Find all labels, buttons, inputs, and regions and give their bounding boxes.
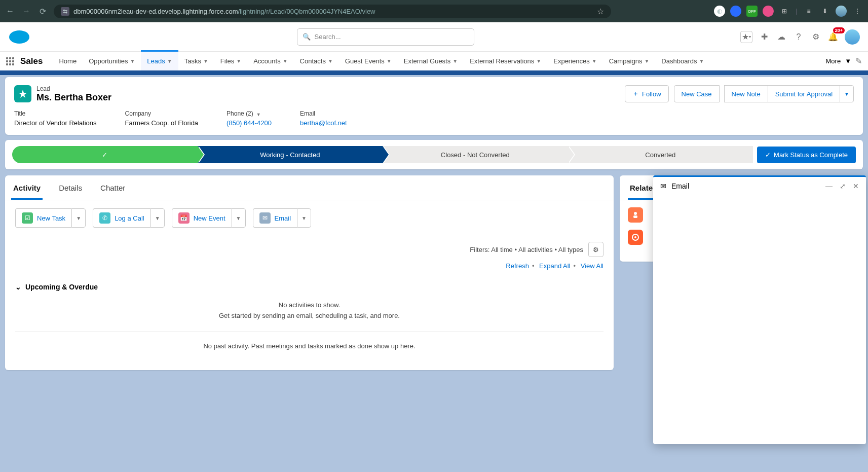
downloads-icon[interactable]: ⬇: [819, 6, 831, 17]
path-stage-working[interactable]: Working - Contacted: [198, 146, 383, 163]
search-placeholder: Search...: [315, 33, 341, 41]
nav-experiences[interactable]: Experiences▼: [547, 51, 602, 71]
reading-list-icon[interactable]: ≡: [803, 6, 814, 17]
log-call-menu[interactable]: ▼: [150, 208, 165, 228]
extension-icon-3[interactable]: OFF: [746, 6, 758, 17]
chevron-down-icon[interactable]: ▼: [699, 58, 704, 64]
empty-activities-message: No activities to show. Get started by se…: [15, 300, 603, 321]
chevron-down-icon[interactable]: ▼: [256, 112, 261, 117]
new-case-button[interactable]: New Case: [674, 85, 720, 102]
extension-icon-1[interactable]: ◐: [714, 6, 725, 17]
upcoming-section-header[interactable]: ⌄ Upcoming & Overdue: [15, 283, 603, 291]
nav-external-reservations[interactable]: External Reservations▼: [464, 51, 547, 71]
chevron-down-icon[interactable]: ▼: [536, 58, 541, 64]
field-label-phone: Phone (2): [227, 110, 253, 117]
chevron-down-icon[interactable]: ▼: [644, 58, 649, 64]
edit-nav-icon[interactable]: ✎: [855, 56, 862, 66]
chevron-down-icon[interactable]: ▼: [167, 58, 172, 64]
object-type-label: Lead: [36, 85, 111, 92]
help-icon[interactable]: ?: [793, 31, 804, 43]
nav-opportunities[interactable]: Opportunities▼: [83, 51, 141, 71]
new-note-button[interactable]: New Note: [724, 85, 768, 102]
salesforce-logo-icon[interactable]: [8, 29, 30, 45]
path-stage-converted[interactable]: Converted: [568, 146, 753, 163]
mark-status-complete-button[interactable]: Mark Status as Complete: [757, 147, 856, 163]
app-launcher-icon[interactable]: [6, 57, 14, 65]
nav-guest-events[interactable]: Guest Events▼: [339, 51, 398, 71]
nav-campaigns[interactable]: Campaigns▼: [603, 51, 656, 71]
new-event-button[interactable]: 📅New Event: [172, 208, 232, 228]
path-stage-complete[interactable]: [12, 146, 198, 163]
follow-button[interactable]: ＋Follow: [625, 85, 669, 102]
nav-more[interactable]: More▼: [822, 57, 856, 65]
svg-rect-5: [633, 215, 637, 218]
activity-card: Activity Details Chatter ☑New Task▼ ✆Log…: [5, 175, 614, 370]
close-icon[interactable]: ✕: [853, 182, 859, 190]
global-search-input[interactable]: 🔍 Search...: [297, 28, 474, 46]
email-button[interactable]: ✉Email: [253, 208, 297, 228]
field-value-email[interactable]: bertha@fcof.net: [300, 119, 347, 127]
plus-icon: ＋: [632, 89, 639, 98]
chevron-down-icon[interactable]: ▼: [236, 58, 241, 64]
notifications-bell-icon[interactable]: 🔔: [827, 31, 839, 43]
separator: |: [795, 6, 798, 17]
global-actions-icon[interactable]: ✚: [759, 31, 770, 43]
submit-approval-button[interactable]: Submit for Approval: [768, 85, 840, 102]
nav-tasks[interactable]: Tasks▼: [178, 51, 214, 71]
svg-marker-3: [19, 90, 27, 98]
new-task-menu[interactable]: ▼: [71, 208, 86, 228]
nav-leads[interactable]: Leads▼: [141, 50, 178, 70]
email-menu[interactable]: ▼: [297, 208, 311, 228]
extensions-icon[interactable]: ⊞: [779, 6, 790, 17]
new-task-button[interactable]: ☑New Task: [15, 208, 71, 228]
view-all-link[interactable]: View All: [581, 262, 603, 270]
guidance-center-icon[interactable]: ☁: [776, 31, 787, 43]
nav-home[interactable]: Home: [53, 51, 83, 71]
more-actions-button[interactable]: ▼: [840, 85, 854, 102]
nav-dashboards[interactable]: Dashboards▼: [655, 51, 710, 71]
tab-activity[interactable]: Activity: [11, 177, 43, 200]
past-activities-message: No past activity. Past meetings and task…: [15, 342, 603, 350]
log-call-button[interactable]: ✆Log a Call: [93, 208, 150, 228]
setup-gear-icon[interactable]: ⚙: [810, 31, 821, 43]
minimize-icon[interactable]: —: [825, 182, 833, 190]
menu-icon[interactable]: ⋮: [852, 6, 863, 17]
url-bar[interactable]: ⇆ dbm000006nm2leau-dev-ed.develop.lightn…: [54, 5, 611, 18]
profile-avatar-icon[interactable]: [836, 6, 847, 17]
chevron-down-icon[interactable]: ▼: [452, 58, 458, 64]
nav-files[interactable]: Files▼: [214, 51, 247, 71]
check-icon: [765, 151, 771, 159]
nav-accounts[interactable]: Accounts▼: [247, 51, 293, 71]
expand-all-link[interactable]: Expand All: [539, 262, 570, 270]
user-avatar-icon[interactable]: [845, 29, 860, 45]
new-event-menu[interactable]: ▼: [232, 208, 246, 228]
chevron-down-icon[interactable]: ▼: [592, 58, 597, 64]
nav-external-guests[interactable]: External Guests▼: [398, 51, 464, 71]
field-value-phone[interactable]: (850) 644-4200: [227, 119, 272, 127]
chevron-down-icon[interactable]: ▼: [203, 58, 208, 64]
tab-details[interactable]: Details: [57, 177, 84, 200]
forward-icon: →: [21, 7, 31, 16]
field-label-company: Company: [125, 110, 199, 117]
back-icon[interactable]: ←: [5, 7, 15, 16]
app-name: Sales: [20, 56, 43, 66]
extension-icon-4[interactable]: [763, 6, 774, 17]
related-list-icon: [628, 207, 643, 223]
expand-icon[interactable]: ⤢: [840, 182, 846, 190]
refresh-link[interactable]: Refresh: [506, 262, 529, 270]
reload-icon[interactable]: ⟳: [37, 7, 48, 16]
nav-contacts[interactable]: Contacts▼: [294, 51, 339, 71]
path-card: Working - Contacted Closed - Not Convert…: [5, 140, 863, 169]
chevron-down-icon[interactable]: ▼: [283, 58, 288, 64]
activity-settings-button[interactable]: ⚙: [588, 242, 603, 257]
favorites-button[interactable]: ★▾: [740, 31, 752, 43]
chevron-down-icon[interactable]: ▼: [328, 58, 333, 64]
email-icon: ✉: [660, 182, 666, 190]
bookmark-star-icon[interactable]: ☆: [597, 7, 604, 16]
extension-icon-2[interactable]: [730, 6, 741, 17]
site-info-icon[interactable]: ⇆: [61, 7, 69, 16]
chevron-down-icon[interactable]: ▼: [130, 58, 135, 64]
tab-chatter[interactable]: Chatter: [98, 177, 127, 200]
chevron-down-icon[interactable]: ▼: [387, 58, 392, 64]
path-stage-closed[interactable]: Closed - Not Converted: [383, 146, 568, 163]
